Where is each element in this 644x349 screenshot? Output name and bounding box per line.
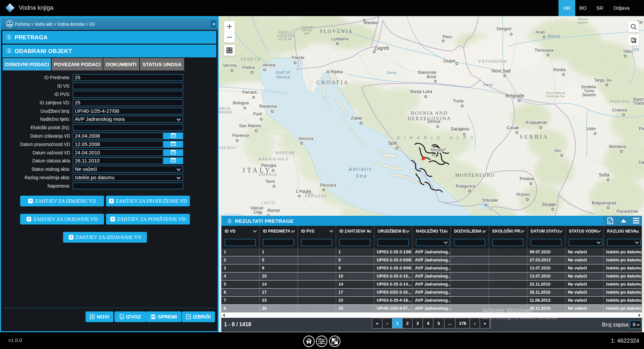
svg-text:Parcul Natural: Parcul Natural — [546, 91, 565, 95]
svg-text:Zadar: Zadar — [351, 115, 363, 120]
svg-text:Maros: Maros — [547, 34, 560, 39]
svg-text:GIULIA: GIULIA — [279, 37, 292, 41]
svg-text:Mostar: Mostar — [431, 147, 444, 152]
svg-text:Rome: Rome — [267, 208, 280, 213]
svg-text:Skopje: Skopje — [542, 202, 556, 207]
svg-text:Osijek: Osijek — [443, 58, 456, 63]
svg-text:Split: Split — [388, 140, 397, 146]
svg-text:Nis: Nis — [555, 148, 561, 153]
svg-text:Sava: Sava — [483, 83, 493, 87]
svg-text:Sibiu: Sibiu — [623, 49, 633, 54]
svg-text:Szeged: Szeged — [496, 26, 511, 31]
svg-text:Banja Luka: Banja Luka — [410, 89, 432, 94]
svg-text:Venice: Venice — [262, 62, 275, 67]
svg-text:Bologna: Bologna — [233, 100, 249, 105]
svg-text:park: park — [304, 32, 310, 35]
svg-text:Brod: Brod — [427, 74, 436, 79]
svg-text:Sava: Sava — [387, 70, 396, 74]
svg-text:Kragujevac: Kragujevac — [526, 120, 548, 125]
svg-text:Montana: Montana — [609, 144, 626, 149]
svg-text:PODISUL GETIC: PODISUL GETIC — [610, 99, 644, 103]
svg-text:Portile de Fier: Portile de Fier — [546, 95, 565, 98]
svg-text:VENETO: VENETO — [240, 57, 261, 62]
svg-text:Shkoder: Shkoder — [482, 198, 498, 203]
svg-text:Arad: Arad — [535, 30, 544, 35]
svg-text:Novi Sad: Novi Sad — [492, 68, 511, 73]
svg-text:BOSNIA AND: BOSNIA AND — [411, 110, 448, 116]
svg-text:Ancona: Ancona — [299, 136, 314, 141]
svg-text:Pecs: Pecs — [443, 34, 452, 39]
svg-text:Sarajevo: Sarajevo — [450, 126, 469, 132]
svg-text:Vidin: Vidin — [586, 126, 596, 131]
svg-text:Olt: Olt — [633, 47, 639, 52]
svg-text:Ljubljana: Ljubljana — [331, 36, 349, 41]
svg-text:Pazardzhik: Pazardzhik — [616, 209, 638, 214]
svg-text:Verona: Verona — [223, 63, 237, 68]
svg-text:Blagoevgrad: Blagoevgrad — [592, 200, 616, 205]
svg-text:APENNINES: APENNINES — [258, 157, 289, 161]
svg-text:MONTENEGRO: MONTENEGRO — [455, 173, 495, 178]
svg-text:Rijeka: Rijeka — [331, 69, 343, 74]
svg-text:36: 36 — [632, 39, 634, 41]
svg-text:EMILIA: EMILIA — [219, 107, 230, 110]
svg-text:Terni: Terni — [265, 179, 275, 184]
svg-text:Padua: Padua — [242, 65, 255, 70]
svg-text:Sofia: Sofia — [599, 172, 609, 178]
svg-text:Zagreb: Zagreb — [374, 45, 389, 51]
svg-text:Parco: Parco — [305, 192, 313, 195]
svg-text:D I N A R I C A L P S: D I N A R I C A L P S — [396, 136, 475, 140]
svg-text:Targu Jiu: Targu Jiu — [594, 78, 612, 83]
svg-text:San Marino: San Marino — [239, 123, 261, 128]
svg-text:Trieste: Trieste — [291, 55, 304, 60]
svg-text:MARCHE: MARCHE — [275, 151, 296, 155]
svg-text:Adriatic: Adriatic — [348, 166, 373, 172]
svg-text:x: x — [121, 316, 122, 319]
svg-text:CROATIA: CROATIA — [316, 80, 349, 85]
svg-text:Gulf of: Gulf of — [276, 70, 290, 75]
svg-text:VOJVODINA: VOJVODINA — [478, 59, 507, 64]
svg-text:Belgrade: Belgrade — [505, 93, 524, 98]
svg-text:Tuzla: Tuzla — [453, 98, 464, 103]
svg-text:LAZIO: LAZIO — [262, 201, 276, 205]
svg-text:Podgorica: Podgorica — [456, 184, 476, 189]
svg-text:x: x — [609, 219, 611, 223]
svg-text:OMAGNA: OMAGNA — [219, 110, 232, 114]
svg-text:Prizren: Prizren — [516, 192, 530, 197]
svg-text:Timisoara: Timisoara — [535, 48, 554, 53]
svg-text:Severin: Severin — [582, 93, 596, 97]
svg-text:Florence: Florence — [232, 133, 250, 138]
svg-text:Resita: Resita — [553, 67, 566, 72]
svg-text:Ravenna: Ravenna — [259, 104, 277, 109]
svg-text:Venice: Venice — [276, 75, 290, 80]
svg-text:SLOVENIA: SLOVENIA — [320, 29, 353, 34]
svg-text:Ple: Ple — [639, 126, 644, 131]
svg-text:SERBIA: SERBIA — [520, 134, 549, 140]
svg-text:City: City — [254, 210, 261, 214]
svg-text:Sea: Sea — [356, 173, 367, 179]
svg-text:Forli: Forli — [253, 111, 262, 116]
svg-text:Craiova: Craiova — [612, 107, 628, 112]
svg-text:Dan: Dan — [639, 160, 644, 165]
svg-text:Pescara: Pescara — [320, 183, 336, 188]
svg-text:Maribor: Maribor — [364, 20, 379, 25]
svg-text:Apuseni: Apuseni — [577, 21, 588, 24]
svg-text:Natural: Natural — [578, 17, 587, 21]
svg-text:TUSCANY: TUSCANY — [219, 146, 237, 150]
svg-text:HERZEGOVINA: HERZEGOVINA — [408, 116, 451, 121]
svg-text:ITALY: ITALY — [243, 166, 272, 174]
svg-text:Ferrara: Ferrara — [243, 90, 257, 95]
svg-text:Pristina: Pristina — [520, 176, 534, 181]
svg-text:Cacak: Cacak — [507, 125, 519, 130]
